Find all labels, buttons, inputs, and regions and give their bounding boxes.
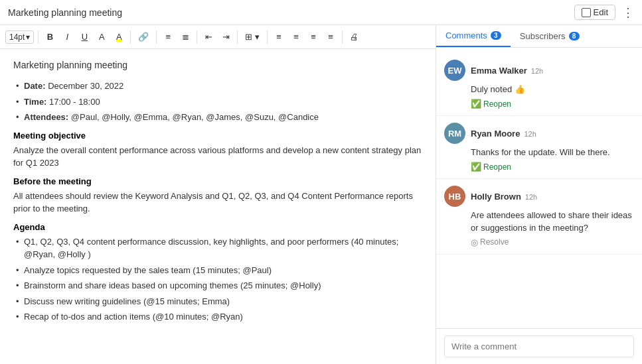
- comment-input[interactable]: [444, 335, 634, 357]
- edit-button[interactable]: Edit: [574, 5, 615, 20]
- align-justify-button[interactable]: ≡: [323, 30, 338, 44]
- agenda-item: Brainstorm and share ideas based on upco…: [13, 279, 422, 292]
- tab-comments[interactable]: Comments 3: [436, 25, 511, 47]
- top-bar: Marketing planning meeting Edit ⋮: [0, 0, 642, 25]
- comment-author: Holly Brown: [471, 192, 521, 202]
- info-list: Date: December 30, 2022 Time: 17:00 - 18…: [13, 80, 422, 124]
- comment-header: EW Emma Walker 12h: [444, 60, 634, 81]
- indent-increase-button[interactable]: ⇥: [218, 30, 233, 44]
- toolbar-divider-7: [342, 30, 343, 44]
- toolbar-divider-6: [267, 30, 268, 44]
- comment-meta: Ryan Moore 12h: [471, 129, 634, 139]
- comments-list: EW Emma Walker 12h Duly noted 👍 ✅ Reopen…: [436, 48, 642, 328]
- date-item: Date: December 30, 2022: [13, 80, 422, 93]
- align-left-button[interactable]: ≡: [272, 30, 286, 44]
- underline-button[interactable]: U: [77, 30, 92, 44]
- right-panel: Comments 3 Subscribers 8 EW Emma Walker …: [436, 25, 642, 364]
- agenda-list: Q1, Q2, Q3, Q4 content performance discu…: [13, 235, 422, 324]
- agenda-item: Q1, Q2, Q3, Q4 content performance discu…: [13, 235, 422, 261]
- reopen-icon: ✅: [471, 99, 481, 109]
- editor-area: 14pt ▾ B I U A A 🔗 ≡ ≣ ⇤ ⇥ ⊞ ▾ ≡ ≡ ≡: [0, 25, 436, 364]
- time-item: Time: 17:00 - 18:00: [13, 95, 422, 109]
- comment-input-area: [436, 328, 642, 364]
- highlight-button[interactable]: A: [112, 30, 126, 44]
- toolbar-divider-5: [237, 30, 238, 44]
- agenda-item: Discuss new writing guidelines (@15 minu…: [13, 295, 422, 308]
- toolbar-divider-1: [38, 30, 39, 44]
- comment-author: Emma Walker: [471, 66, 527, 76]
- table-button[interactable]: ⊞ ▾: [242, 30, 263, 44]
- agenda-item: Recap of to-dos and action items (@10 mi…: [13, 310, 422, 324]
- italic-button[interactable]: I: [60, 30, 74, 44]
- document-content: Marketing planning meeting Date: Decembe…: [0, 49, 436, 364]
- agenda-item: Analyze topics requested by the sales te…: [13, 264, 422, 277]
- comment-body: Duly noted 👍: [471, 84, 634, 95]
- print-button[interactable]: 🖨: [347, 30, 362, 44]
- main-layout: 14pt ▾ B I U A A 🔗 ≡ ≣ ⇤ ⇥ ⊞ ▾ ≡ ≡ ≡: [0, 25, 642, 364]
- top-bar-actions: Edit ⋮: [574, 5, 634, 20]
- align-center-button[interactable]: ≡: [289, 30, 303, 44]
- avatar: EW: [444, 60, 465, 81]
- checkbox-icon: [582, 8, 591, 17]
- subscribers-badge: 8: [569, 32, 580, 40]
- comment-item: RM Ryan Moore 12h Thanks for the update.…: [436, 116, 642, 179]
- comment-time: 12h: [525, 193, 537, 201]
- toolbar-divider-3: [156, 30, 157, 44]
- comment-author: Ryan Moore: [471, 129, 520, 139]
- resolve-icon: ◎: [471, 237, 478, 247]
- section2-body: All attendees should review the Keyword …: [13, 190, 422, 215]
- ordered-list-button[interactable]: ≣: [178, 30, 193, 44]
- reopen-button[interactable]: ✅ Reopen: [471, 99, 511, 109]
- comment-body: Thanks for the update. Will be there.: [471, 147, 634, 158]
- comment-meta: Emma Walker 12h: [471, 66, 634, 76]
- reopen-button[interactable]: ✅ Reopen: [471, 162, 511, 172]
- comment-time: 12h: [524, 130, 536, 138]
- section1-body: Analyze the overall content performance …: [13, 144, 422, 170]
- bold-button[interactable]: B: [42, 30, 57, 44]
- toolbar-divider-4: [197, 30, 197, 44]
- comment-item: EW Emma Walker 12h Duly noted 👍 ✅ Reopen: [436, 53, 642, 116]
- avatar: RM: [444, 123, 465, 144]
- comment-time: 12h: [531, 67, 543, 75]
- toolbar-divider-2: [130, 30, 131, 44]
- reopen-icon: ✅: [471, 162, 481, 172]
- comment-header: HB Holly Brown 12h: [444, 186, 634, 207]
- attendees-item: Attendees: @Paul, @Holly, @Emma, @Ryan, …: [13, 111, 422, 124]
- font-color-button[interactable]: A: [94, 30, 109, 44]
- toolbar: 14pt ▾ B I U A A 🔗 ≡ ≣ ⇤ ⇥ ⊞ ▾ ≡ ≡ ≡: [0, 25, 436, 49]
- avatar: HB: [444, 186, 465, 207]
- section3-heading: Agenda: [13, 222, 422, 232]
- document-heading: Marketing planning meeting: [13, 60, 422, 70]
- font-size-selector[interactable]: 14pt ▾: [5, 30, 34, 44]
- more-options-icon[interactable]: ⋮: [622, 5, 634, 20]
- align-right-button[interactable]: ≡: [306, 30, 321, 44]
- unordered-list-button[interactable]: ≡: [161, 30, 175, 44]
- resolve-button[interactable]: ◎ Resolve: [471, 237, 509, 247]
- link-button[interactable]: 🔗: [135, 30, 152, 44]
- comment-item: HB Holly Brown 12h Are attendees allowed…: [436, 179, 642, 254]
- section2-heading: Before the meeting: [13, 176, 422, 186]
- comments-badge: 3: [491, 31, 501, 40]
- section1-heading: Meeting objective: [13, 131, 422, 141]
- comment-header: RM Ryan Moore 12h: [444, 123, 634, 144]
- panel-tabs: Comments 3 Subscribers 8: [436, 25, 642, 48]
- document-title: Marketing planning meeting: [8, 7, 122, 18]
- indent-decrease-button[interactable]: ⇤: [201, 30, 216, 44]
- tab-subscribers[interactable]: Subscribers 8: [511, 25, 589, 47]
- comment-body: Are attendees allowed to share their ide…: [471, 210, 634, 233]
- comment-meta: Holly Brown 12h: [471, 192, 634, 202]
